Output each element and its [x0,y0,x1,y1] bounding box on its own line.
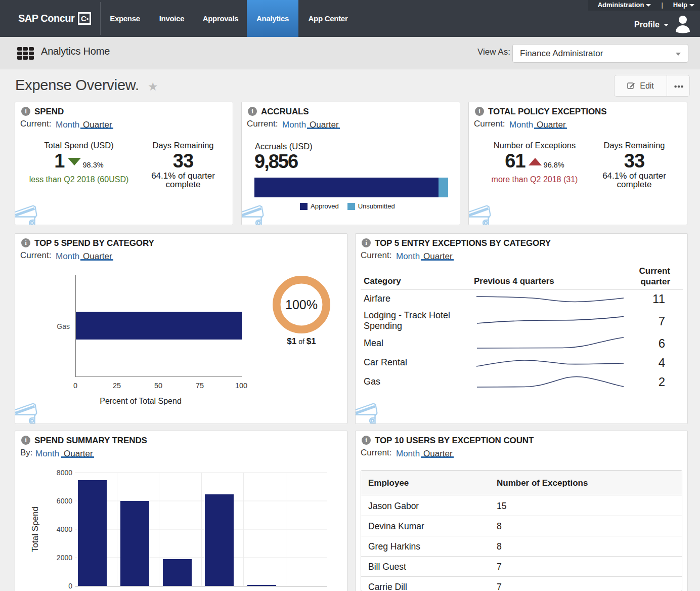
svg-text:Percent of Total Spend: Percent of Total Spend [100,397,182,405]
svg-text:Gas: Gas [57,322,70,330]
svg-text:Total Spend: Total Spend [30,506,40,552]
svg-text:2000: 2000 [57,554,72,562]
svg-text:6000: 6000 [57,497,72,505]
svg-text:0: 0 [68,582,72,590]
svg-text:100: 100 [235,382,247,390]
svg-text:50: 50 [154,382,162,390]
svg-text:25: 25 [113,382,121,390]
svg-text:8000: 8000 [57,469,72,477]
svg-text:100%: 100% [285,298,318,312]
svg-text:4000: 4000 [57,525,72,533]
svg-text:$1 of $1: $1 of $1 [287,336,316,346]
svg-text:0: 0 [73,382,77,390]
svg-text:75: 75 [196,382,204,390]
